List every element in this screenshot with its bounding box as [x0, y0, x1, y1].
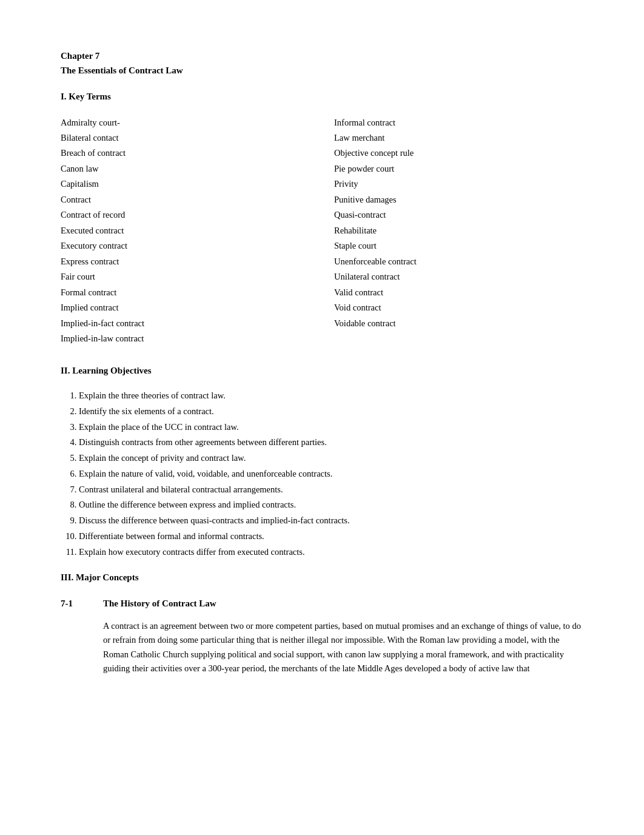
subsection-heading: 7-1 The History of Contract Law: [61, 597, 583, 611]
objective-item: Explain the place of the UCC in contract…: [79, 421, 583, 434]
term-item: Informal contract: [334, 116, 583, 129]
objective-item: Explain how executory contracts differ f…: [79, 546, 583, 559]
term-item: Implied contract: [61, 301, 310, 314]
section-major-concepts: III. Major Concepts 7-1 The History of C…: [61, 571, 583, 676]
term-item: Fair court: [61, 270, 310, 283]
term-item: Unilateral contract: [334, 270, 583, 283]
term-item: Implied-in-fact contract: [61, 317, 310, 330]
chapter-title-line1: Chapter 7: [61, 49, 583, 63]
term-item: Voidable contract: [334, 317, 583, 330]
term-item: Privity: [334, 177, 583, 190]
chapter-title: Chapter 7 The Essentials of Contract Law: [61, 49, 583, 78]
terms-column-right: Informal contractLaw merchantObjective c…: [334, 116, 583, 346]
key-terms-heading: I. Key Terms: [61, 90, 583, 104]
term-item: Formal contract: [61, 286, 310, 299]
term-item: Bilateral contact: [61, 131, 310, 144]
term-item: Express contract: [61, 255, 310, 268]
major-concepts-heading: III. Major Concepts: [61, 571, 583, 585]
terms-column-left: Admiralty court-Bilateral contactBreach …: [61, 116, 310, 346]
objective-item: Discuss the difference between quasi-con…: [79, 514, 583, 528]
term-item: Unenforceable contract: [334, 255, 583, 268]
section-key-terms: I. Key Terms Admiralty court-Bilateral c…: [61, 90, 583, 346]
term-item: Canon law: [61, 162, 310, 175]
term-item: Quasi-contract: [334, 208, 583, 221]
term-item: Void contract: [334, 301, 583, 314]
term-item: Valid contract: [334, 286, 583, 299]
term-item: Punitive damages: [334, 193, 583, 206]
terms-container: Admiralty court-Bilateral contactBreach …: [61, 116, 583, 346]
term-item: Objective concept rule: [334, 146, 583, 159]
objective-item: Contrast unilateral and bilateral contra…: [79, 483, 583, 497]
objective-item: Outline the difference between express a…: [79, 498, 583, 512]
objective-item: Explain the concept of privity and contr…: [79, 452, 583, 465]
term-item: Pie powder court: [334, 162, 583, 175]
term-item: Capitalism: [61, 177, 310, 190]
term-item: Admiralty court-: [61, 116, 310, 129]
objectives-list: Explain the three theories of contract l…: [61, 389, 583, 558]
term-item: Executory contract: [61, 239, 310, 252]
objective-item: Explain the three theories of contract l…: [79, 389, 583, 403]
term-item: Contract of record: [61, 208, 310, 221]
objective-item: Distinguish contracts from other agreeme…: [79, 436, 583, 449]
term-item: Contract: [61, 193, 310, 206]
objective-item: Explain the nature of valid, void, voida…: [79, 468, 583, 481]
term-item: Executed contract: [61, 224, 310, 237]
subsection-number: 7-1: [61, 597, 85, 611]
body-text: A contract is an agreement between two o…: [103, 619, 583, 676]
term-item: Law merchant: [334, 131, 583, 144]
term-item: Staple court: [334, 239, 583, 252]
objective-item: Differentiate between formal and informa…: [79, 530, 583, 543]
chapter-title-line2: The Essentials of Contract Law: [61, 63, 583, 78]
objective-item: Identify the six elements of a contract.: [79, 405, 583, 418]
subsection-title: The History of Contract Law: [103, 597, 216, 611]
term-item: Breach of contract: [61, 146, 310, 159]
term-item: Implied-in-law contract: [61, 332, 310, 345]
section-learning-objectives: II. Learning Objectives Explain the thre…: [61, 364, 583, 559]
term-item: Rehabilitate: [334, 224, 583, 237]
learning-objectives-heading: II. Learning Objectives: [61, 364, 583, 378]
